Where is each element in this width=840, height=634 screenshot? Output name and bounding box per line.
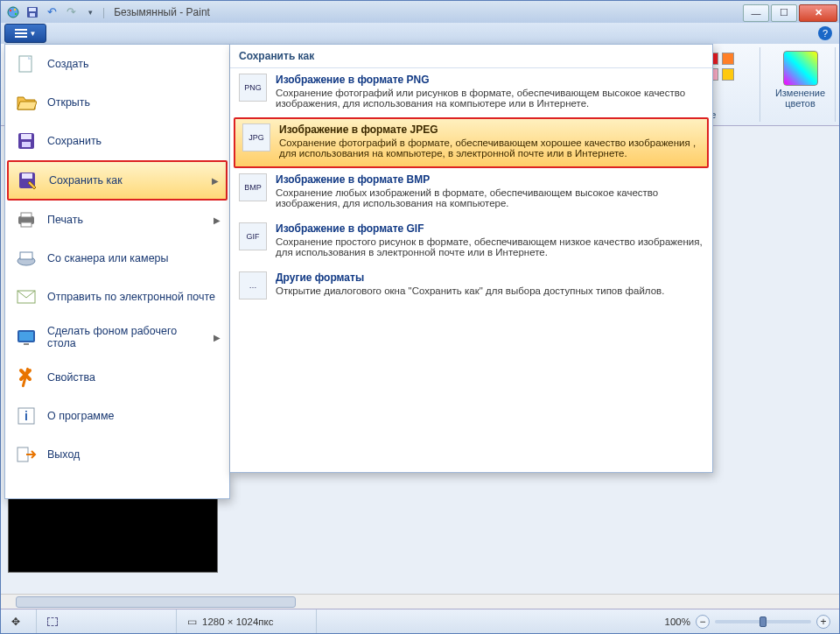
svg-rect-24: [24, 343, 29, 345]
file-menu: СоздатьОткрытьСохранитьСохранить как▶Печ…: [4, 44, 230, 499]
qat-save-icon[interactable]: [25, 5, 39, 19]
file-menu-item-label: О программе: [47, 410, 114, 422]
paint-app-icon: [6, 5, 20, 19]
file-menu-item-mail[interactable]: Отправить по электронной почте: [5, 278, 229, 316]
file-menu-item-scanner[interactable]: Со сканера или камеры: [5, 239, 229, 278]
status-canvas-size: ▭ 1280 × 1024пкс: [177, 609, 317, 633]
saveas-option-other[interactable]: …Другие форматыОткрытие диалогового окна…: [230, 266, 712, 308]
canvas-size-text: 1280 × 1024пкс: [202, 616, 273, 627]
horizontal-scrollbar[interactable]: [1, 594, 839, 609]
minimize-button[interactable]: —: [743, 4, 769, 22]
file-menu-item-label: Сделать фоном рабочего стола: [47, 325, 205, 349]
format-gif-icon: GIF: [239, 222, 267, 250]
saveas-option-title: Изображение в формате BMP: [276, 173, 704, 186]
file-menu-item-open-folder[interactable]: Открыть: [5, 83, 229, 122]
file-menu-item-save-as[interactable]: Сохранить как▶: [7, 160, 228, 201]
file-menu-item-about[interactable]: iО программе: [5, 397, 229, 435]
save-icon: [14, 130, 38, 151]
qat-customize-icon[interactable]: ▾: [83, 5, 97, 19]
zoom-out-button[interactable]: −: [696, 615, 710, 629]
file-menu-item-save[interactable]: Сохранить: [5, 122, 229, 160]
file-menu-item-new-file[interactable]: Создать: [5, 45, 229, 83]
zoom-slider-knob[interactable]: [760, 616, 766, 627]
zoom-value: 100%: [665, 616, 690, 627]
svg-point-2: [14, 8, 16, 10]
file-menu-item-print[interactable]: Печать▶: [5, 201, 229, 239]
svg-rect-9: [15, 36, 27, 38]
svg-point-0: [8, 7, 18, 18]
saveas-option-text: Изображение в формате JPEGСохранение фот…: [279, 123, 700, 158]
saveas-option-title: Изображение в формате PNG: [276, 74, 704, 86]
canvas-size-icon: ▭: [187, 616, 197, 628]
qat-redo-icon[interactable]: ↷: [64, 5, 78, 19]
file-menu-item-exit[interactable]: Выход: [5, 435, 229, 474]
edit-colors-icon: [783, 51, 818, 86]
zoom-slider[interactable]: [715, 620, 811, 623]
title-bar: ↶ ↷ ▾ | Безымянный - Paint — ☐ ✕: [1, 1, 839, 23]
zoom-control: 100% − +: [656, 615, 839, 629]
properties-icon: [14, 367, 38, 388]
edit-colors-group[interactable]: Изменение цветов: [766, 47, 836, 122]
about-icon: i: [14, 405, 38, 426]
flyout-title: Сохранить как: [230, 45, 712, 68]
chevron-right-icon: ▶: [212, 176, 219, 186]
mail-icon: [14, 286, 38, 307]
print-icon: [14, 209, 38, 230]
saveas-option-text: Изображение в формате GIFСохранение прос…: [276, 222, 704, 257]
saveas-option-text: Изображение в формате BMPСохранение любы…: [276, 173, 704, 208]
maximize-button[interactable]: ☐: [771, 4, 797, 22]
color-swatch[interactable]: [722, 53, 734, 65]
quick-access-toolbar: ↶ ↷ ▾ |: [1, 5, 110, 19]
saveas-option-jpeg[interactable]: JPGИзображение в формате JPEGСохранение …: [234, 117, 709, 168]
saveas-option-desc: Сохранение фотографий или рисунков в фор…: [276, 88, 685, 109]
saveas-option-gif[interactable]: GIFИзображение в формате GIFСохранение п…: [230, 217, 712, 266]
svg-rect-18: [21, 222, 32, 227]
qat-undo-icon[interactable]: ↶: [45, 5, 59, 19]
status-spacer: [317, 609, 656, 633]
file-menu-item-label: Сохранить как: [49, 174, 122, 187]
svg-text:i: i: [24, 409, 28, 423]
chevron-right-icon: ▶: [214, 215, 220, 225]
svg-rect-17: [21, 213, 32, 217]
file-menu-item-label: Печать: [47, 214, 83, 226]
saveas-option-title: Изображение в формате JPEG: [279, 123, 700, 136]
close-button[interactable]: ✕: [799, 4, 837, 22]
svg-rect-23: [19, 332, 33, 341]
new-file-icon: [14, 53, 38, 74]
help-icon[interactable]: ?: [818, 26, 832, 40]
cursor-icon: ✥: [11, 616, 20, 628]
edit-colors-label: Изменение цветов: [766, 88, 835, 109]
saveas-option-text: Изображение в формате PNGСохранение фото…: [276, 74, 704, 109]
saveas-option-title: Другие форматы: [276, 271, 664, 284]
scanner-icon: [14, 248, 38, 269]
file-menu-item-label: Выход: [47, 448, 80, 461]
zoom-in-button[interactable]: +: [816, 615, 830, 629]
format-bmp-icon: BMP: [239, 173, 267, 201]
scrollbar-thumb[interactable]: [16, 596, 296, 608]
file-menu-button[interactable]: ▼: [4, 24, 46, 43]
saveas-option-png[interactable]: PNGИзображение в формате PNGСохранение ф…: [230, 68, 712, 117]
file-menu-item-wallpaper[interactable]: Сделать фоном рабочего стола▶: [5, 316, 229, 358]
status-cursor-pos: ✥: [1, 609, 37, 633]
svg-point-3: [15, 12, 17, 14]
color-swatch[interactable]: [722, 68, 734, 81]
file-menu-item-label: Создать: [47, 58, 89, 70]
saveas-option-desc: Сохранение любых изображений в формате, …: [276, 187, 658, 208]
saveas-option-title: Изображение в формате GIF: [276, 222, 704, 235]
svg-rect-7: [15, 29, 27, 31]
format-jpeg-icon: JPG: [242, 123, 270, 151]
saveas-option-bmp[interactable]: BMPИзображение в формате BMPСохранение л…: [230, 168, 712, 217]
saveas-option-desc: Сохранение простого рисунок в формате, о…: [276, 236, 703, 257]
svg-rect-13: [22, 142, 31, 147]
svg-rect-15: [22, 173, 32, 179]
status-selection-size: [37, 609, 177, 633]
file-menu-item-label: Свойства: [47, 371, 95, 384]
selection-icon: [47, 617, 58, 626]
wallpaper-icon: [14, 327, 38, 348]
saveas-option-desc: Сохранение фотографий в формате, обеспеч…: [279, 137, 696, 158]
format-png-icon: PNG: [239, 74, 267, 102]
svg-rect-20: [20, 252, 32, 259]
saveas-option-text: Другие форматыОткрытие диалогового окна …: [276, 271, 664, 299]
file-menu-item-properties[interactable]: Свойства: [5, 358, 229, 397]
ribbon-tab-strip: ▼ ?: [1, 23, 839, 44]
